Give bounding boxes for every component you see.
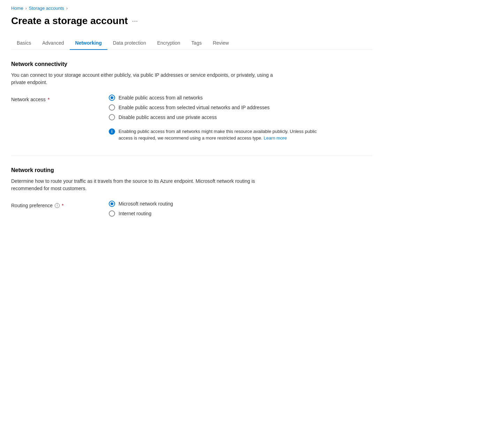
tab-tags[interactable]: Tags xyxy=(186,37,207,50)
radio-label-private-access: Disable public access and use private ac… xyxy=(119,114,217,120)
page-title: Create a storage account xyxy=(11,15,128,27)
breadcrumb-separator-2: › xyxy=(66,6,68,11)
network-access-row: Network access * Enable public access fr… xyxy=(11,95,372,142)
radio-circle-private-access xyxy=(109,114,115,120)
radio-microsoft-routing[interactable]: Microsoft network routing xyxy=(109,201,173,207)
radio-internet-routing[interactable]: Internet routing xyxy=(109,210,173,217)
routing-preference-row: Routing preference i * Microsoft network… xyxy=(11,201,372,217)
tab-review[interactable]: Review xyxy=(207,37,234,50)
radio-all-networks[interactable]: Enable public access from all networks xyxy=(109,95,332,101)
breadcrumb: Home › Storage accounts › xyxy=(11,6,372,11)
breadcrumb-storage-accounts-link[interactable]: Storage accounts xyxy=(29,6,64,11)
radio-circle-internet-routing xyxy=(109,210,115,217)
network-connectivity-section: Network connectivity You can connect to … xyxy=(11,61,372,142)
radio-circle-all-networks xyxy=(109,95,115,101)
routing-preference-label: Routing preference i * xyxy=(11,201,109,208)
more-options-icon[interactable]: ··· xyxy=(132,17,138,25)
tab-networking[interactable]: Networking xyxy=(70,37,107,50)
tab-basics[interactable]: Basics xyxy=(11,37,37,50)
network-access-label: Network access * xyxy=(11,95,109,102)
network-access-radio-group: Enable public access from all networks E… xyxy=(109,95,332,142)
radio-circle-selected-networks xyxy=(109,104,115,111)
routing-preference-radio-group: Microsoft network routing Internet routi… xyxy=(109,201,173,217)
breadcrumb-home-link[interactable]: Home xyxy=(11,6,23,11)
radio-selected-networks[interactable]: Enable public access from selected virtu… xyxy=(109,104,332,111)
breadcrumb-separator-1: › xyxy=(25,6,27,11)
section-divider xyxy=(11,156,372,156)
tab-data-protection[interactable]: Data protection xyxy=(107,37,152,50)
network-routing-title: Network routing xyxy=(11,167,372,173)
info-box: i Enabling public access from all networ… xyxy=(109,128,332,142)
info-text: Enabling public access from all networks… xyxy=(119,128,332,142)
tab-advanced[interactable]: Advanced xyxy=(37,37,69,50)
radio-private-access[interactable]: Disable public access and use private ac… xyxy=(109,114,332,120)
network-connectivity-description: You can connect to your storage account … xyxy=(11,72,283,86)
learn-more-link[interactable]: Learn more xyxy=(264,135,287,141)
radio-label-internet-routing: Internet routing xyxy=(119,211,151,216)
network-routing-description: Determine how to route your traffic as i… xyxy=(11,178,283,192)
tabs-container: Basics Advanced Networking Data protecti… xyxy=(11,37,372,50)
network-routing-section: Network routing Determine how to route y… xyxy=(11,167,372,217)
tab-encryption[interactable]: Encryption xyxy=(152,37,186,50)
page-title-row: Create a storage account ··· xyxy=(11,15,372,27)
radio-circle-microsoft-routing xyxy=(109,201,115,207)
radio-label-all-networks: Enable public access from all networks xyxy=(119,95,203,100)
network-connectivity-title: Network connectivity xyxy=(11,61,372,67)
required-star-routing: * xyxy=(62,203,63,208)
radio-label-microsoft-routing: Microsoft network routing xyxy=(119,201,173,207)
routing-preference-info-icon[interactable]: i xyxy=(55,203,60,208)
required-star-network-access: * xyxy=(48,97,50,102)
radio-label-selected-networks: Enable public access from selected virtu… xyxy=(119,105,270,110)
info-icon: i xyxy=(109,128,115,135)
